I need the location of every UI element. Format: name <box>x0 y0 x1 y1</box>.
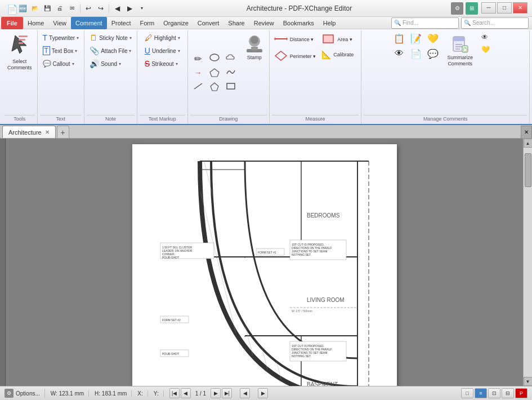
minimize-button[interactable]: ─ <box>481 2 496 14</box>
view-continuous[interactable]: ≡ <box>475 388 487 398</box>
menu-review[interactable]: Review <box>249 17 279 29</box>
menu-view[interactable]: View <box>48 17 71 29</box>
ribbon-group-measure: Distance ▾ Perimeter ▾ <box>270 30 362 124</box>
distance-button[interactable]: Distance ▾ <box>272 32 319 47</box>
stamp-button[interactable]: Stamp <box>242 32 267 63</box>
view-split[interactable]: ⊟ <box>502 388 514 398</box>
next-page-button[interactable]: ▶ <box>211 388 221 398</box>
tools-content: SelectComments <box>5 32 35 114</box>
history-back-button[interactable]: ◀ <box>240 388 250 398</box>
select-comments-button[interactable]: SelectComments <box>5 32 35 74</box>
freehand-tool[interactable] <box>223 66 239 80</box>
history-forward-button[interactable]: ▶ <box>258 388 268 398</box>
undo-button[interactable]: ↩ <box>83 3 94 14</box>
search-box[interactable]: 🔍 Search... <box>461 17 529 29</box>
menu-protect[interactable]: Protect <box>107 17 136 29</box>
cloud-tool[interactable] <box>223 52 239 66</box>
pentagon-tool[interactable] <box>207 81 222 94</box>
close-button[interactable]: ✕ <box>513 2 527 14</box>
line-tool[interactable] <box>190 81 206 94</box>
rect-tool[interactable] <box>223 81 239 94</box>
scroll-track[interactable] <box>524 148 532 377</box>
add-tab-button[interactable]: + <box>57 126 69 138</box>
scroll-thumb[interactable] <box>525 153 531 187</box>
stamp-icon <box>244 34 265 55</box>
polygon-tool[interactable] <box>207 66 222 80</box>
forward-button[interactable]: ▶ <box>124 3 135 14</box>
strikeout-button[interactable]: S Strikeout ▾ <box>142 57 183 70</box>
new-button[interactable]: 🆕 <box>17 3 28 14</box>
open-button[interactable]: 📂 <box>29 3 41 14</box>
ellipse-tool[interactable] <box>207 52 222 66</box>
select-comments-icon <box>11 34 29 57</box>
settings-icon[interactable]: ⚙ <box>451 2 463 15</box>
pencil-tool[interactable]: ✏ <box>190 52 206 66</box>
prev-page-button[interactable]: ◀ <box>181 388 191 398</box>
menu-comment[interactable]: Comment <box>71 17 107 29</box>
menu-form[interactable]: Form <box>136 17 159 29</box>
view-comments[interactable]: 👁 <box>391 47 407 61</box>
pdf-sign[interactable]: P <box>515 388 527 398</box>
underline-button[interactable]: U Underline ▾ <box>142 45 183 57</box>
menu-share[interactable]: Share <box>223 17 249 29</box>
menu-help[interactable]: Help <box>319 17 341 29</box>
reply-comments[interactable]: 💬 <box>425 47 441 61</box>
text-box-button[interactable]: T Text Box ▾ <box>40 45 82 57</box>
x-section: X: <box>137 390 147 397</box>
scroll-up-button[interactable]: ▲ <box>524 139 533 148</box>
grid-icon[interactable]: ⊞ <box>466 2 478 15</box>
document-area: 1:50 FT SGL CLUSTER LEADER: 2IN ANCHOR C… <box>6 139 523 386</box>
redo-button[interactable]: ↪ <box>95 3 106 14</box>
perimeter-button[interactable]: Perimeter ▾ <box>272 48 319 64</box>
svg-rect-1 <box>19 39 25 41</box>
attach-file-button[interactable]: 📎 Attach File ▾ <box>87 45 135 57</box>
view-single-page[interactable]: □ <box>461 388 473 398</box>
comment-opt[interactable]: 💛 <box>425 32 441 46</box>
architecture-tab[interactable]: Architecture ✕ <box>2 126 56 138</box>
find-placeholder: Find... <box>403 20 418 26</box>
sticky-note-button[interactable]: 🗒 Sticky Note ▾ <box>87 32 135 44</box>
back-button[interactable]: ◀ <box>111 3 123 14</box>
menu-home[interactable]: Home <box>23 17 48 29</box>
underline-icon: U <box>145 46 150 55</box>
summarize-comments-button[interactable]: 📋 SummarizeComments <box>444 32 476 69</box>
print-button[interactable]: 🖨 <box>54 3 65 14</box>
save-button[interactable]: 💾 <box>42 3 53 14</box>
menu-convert[interactable]: Convert <box>193 17 224 29</box>
scroll-down-button[interactable]: ▼ <box>524 377 533 386</box>
tab-close-button[interactable]: ✕ <box>45 129 50 135</box>
tab-bar: Architecture ✕ + ✕ <box>0 125 532 139</box>
vertical-scrollbar[interactable]: ▲ ▼ <box>523 139 532 386</box>
main-area: 1:50 FT SGL CLUSTER LEADER: 2IN ANCHOR C… <box>0 139 532 386</box>
comment-color[interactable]: 💛 <box>479 44 499 55</box>
area-button[interactable]: Area ▾ <box>319 32 359 47</box>
calibrate-label: Calibrate <box>333 52 354 57</box>
import-comments[interactable]: 📋 <box>391 32 407 46</box>
maximize-button[interactable]: □ <box>497 2 512 14</box>
view-two-page[interactable]: ⊡ <box>488 388 500 398</box>
export-comments[interactable]: 📝 <box>408 32 424 46</box>
options-label[interactable]: Options... <box>16 390 40 397</box>
first-page-button[interactable]: |◀ <box>169 388 180 398</box>
highlight-label: Highlight <box>154 35 176 41</box>
menu-organize[interactable]: Organize <box>159 17 193 29</box>
arrow-tool[interactable]: → <box>190 66 206 80</box>
line-icon <box>193 82 203 91</box>
calibrate-button[interactable]: 📐 Calibrate <box>319 48 359 61</box>
close-doc-button[interactable]: ✕ <box>521 126 532 138</box>
typewriter-button[interactable]: T Typewriter ▾ <box>40 32 82 44</box>
strikeout-label: Strikeout <box>151 61 173 67</box>
highlight-button[interactable]: 🖊 Highlight ▾ <box>142 32 183 44</box>
show-hide-comments[interactable]: 👁 <box>479 32 499 43</box>
last-page-button[interactable]: ▶| <box>222 388 232 398</box>
flatten-comments[interactable]: 📄 <box>408 47 424 61</box>
email-button[interactable]: ✉ <box>66 3 78 14</box>
qa-dropdown[interactable]: ▾ <box>136 3 147 14</box>
sound-button[interactable]: 🔊 Sound ▾ <box>87 57 135 70</box>
callout-button[interactable]: 💬 Callout ▾ <box>40 57 82 70</box>
find-box[interactable]: 🔍 Find... <box>391 17 459 29</box>
text-label: Text <box>40 115 82 123</box>
menu-bookmarks[interactable]: Bookmarks <box>279 17 319 29</box>
settings-icon2[interactable]: ⚙ <box>5 389 14 398</box>
menu-file[interactable]: File <box>1 17 23 29</box>
